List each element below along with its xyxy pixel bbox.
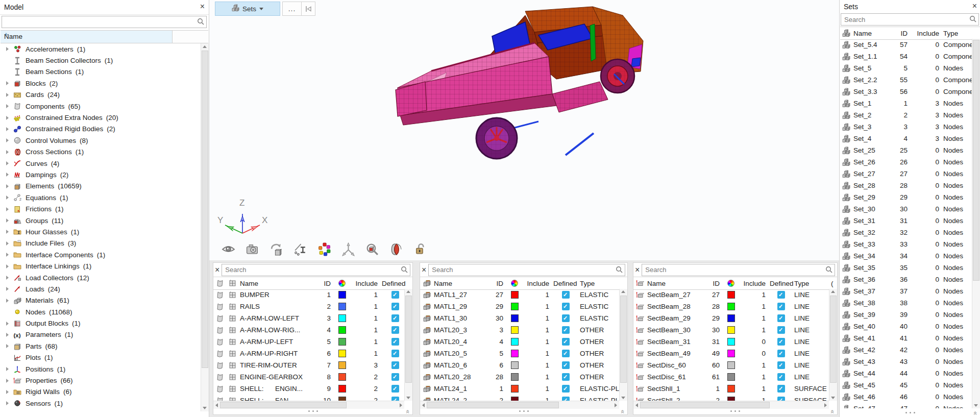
tree-item-cross-sections[interactable]: Cross Sections(1) — [1, 146, 200, 158]
defined-checkbox[interactable] — [562, 373, 570, 381]
expand-arrow-icon[interactable] — [6, 116, 9, 120]
set-row[interactable]: Set_40400Nodes — [840, 321, 972, 332]
color-cell[interactable] — [506, 373, 523, 381]
defined-checkbox[interactable] — [562, 350, 570, 357]
tree-item-positions[interactable]: Positions(1) — [1, 363, 200, 375]
set-row[interactable]: Set_25250Nodes — [840, 144, 972, 156]
defined-checkbox[interactable] — [562, 338, 570, 346]
search-icon[interactable] — [197, 18, 205, 27]
set-row[interactable]: Set_27270Nodes — [840, 168, 972, 180]
type-column-header[interactable]: Type — [793, 280, 830, 287]
expand-arrow-icon[interactable] — [6, 276, 9, 280]
tree-item-plots[interactable]: Plots(1) — [1, 352, 200, 363]
set-row[interactable]: Set_1.1540Components — [840, 51, 972, 62]
sets-panel-footer[interactable]: « — [840, 409, 980, 417]
defined-checkbox[interactable] — [777, 350, 785, 357]
search-icon[interactable] — [825, 266, 833, 275]
entity-colors-icon[interactable] — [316, 241, 332, 257]
defined-checkbox[interactable] — [777, 373, 785, 381]
color-cell[interactable] — [723, 338, 739, 346]
table-row[interactable]: MATL1_30301ELASTIC — [420, 312, 627, 324]
table-row[interactable]: TIRE-RIM-OUTER73 — [213, 359, 412, 371]
tree-item-nodes[interactable]: Nodes(11068) — [1, 306, 200, 317]
panel-footer[interactable]: « — [213, 408, 412, 414]
expand-arrow-icon[interactable] — [6, 264, 9, 268]
table-row[interactable]: BUMPER11 — [213, 289, 412, 301]
tree-item-control-volumes[interactable]: Control Volumes(8) — [1, 135, 200, 146]
set-row[interactable]: Set_26260Nodes — [840, 156, 972, 168]
set-row[interactable]: Set_41410Nodes — [840, 332, 972, 344]
search-icon[interactable] — [969, 15, 977, 24]
tree-item-beam-sections[interactable]: Beam Sections(1) — [1, 66, 200, 78]
table-row[interactable]: MATL20_441OTHER — [420, 336, 627, 348]
set-row[interactable]: Set_36360Nodes — [840, 274, 972, 285]
search-icon[interactable] — [401, 266, 408, 275]
model-search-input[interactable] — [4, 17, 196, 27]
set-row[interactable]: Set_31310Nodes — [840, 215, 972, 227]
defined-checkbox[interactable] — [777, 361, 785, 369]
include-column-header[interactable]: Include — [523, 280, 552, 287]
set-row[interactable]: Set_2.2550Components — [840, 74, 972, 86]
close-icon[interactable]: × — [422, 266, 426, 274]
expand-arrow-icon[interactable] — [6, 230, 9, 234]
color-cell[interactable] — [334, 361, 350, 369]
expand-arrow-icon[interactable] — [6, 344, 9, 348]
tree-item-groups[interactable]: Groups(11) — [1, 215, 200, 226]
set-row[interactable]: Set_5.4570Components — [840, 39, 972, 51]
defined-checkbox[interactable] — [777, 303, 785, 310]
name-column-header[interactable]: Name — [646, 280, 704, 287]
zoom-entity-icon[interactable] — [364, 241, 380, 257]
tree-item-rigid-walls[interactable]: Rigid Walls(6) — [1, 386, 200, 398]
color-cell[interactable] — [723, 385, 739, 393]
table-row[interactable]: tSectBeam_29291LINE — [633, 312, 837, 324]
set-row[interactable]: Set_33330Nodes — [840, 238, 972, 250]
tree-item-include-files[interactable]: Include Files(3) — [1, 238, 200, 249]
color-cell[interactable] — [506, 350, 523, 357]
collapse-left-icon[interactable] — [301, 2, 315, 15]
table-row[interactable]: ENGINE-GEARBOX82 — [213, 371, 412, 383]
defined-checkbox[interactable] — [562, 385, 570, 393]
tree-item-interface-linkings[interactable]: Interface Linkings(1) — [1, 260, 200, 272]
expand-arrow-icon[interactable] — [6, 322, 9, 326]
color-column-header[interactable] — [334, 280, 350, 287]
set-row[interactable]: Set_35350Nodes — [840, 262, 972, 274]
table-row[interactable]: tSectDisc_61611LINE — [633, 371, 837, 383]
tree-item-beam-section-collectors[interactable]: Beam Section Collectors(1) — [1, 55, 200, 66]
set-row[interactable]: Set_113Nodes — [840, 97, 972, 109]
color-cell[interactable] — [334, 338, 350, 346]
set-row[interactable]: Set_550Nodes — [840, 62, 972, 74]
table-row[interactable]: tSectBeam_30301LINE — [633, 324, 837, 336]
defined-checkbox[interactable] — [391, 385, 399, 393]
more-options-button[interactable]: ... — [283, 2, 301, 15]
include-column-header[interactable]: Include — [350, 280, 381, 287]
set-row[interactable]: Set_46460Nodes — [840, 391, 972, 403]
expand-arrow-icon[interactable] — [6, 367, 9, 371]
expand-arrow-icon[interactable] — [6, 184, 9, 188]
color-cell[interactable] — [506, 326, 523, 334]
expand-arrow-icon[interactable] — [6, 161, 9, 165]
beam-display-icon[interactable] — [292, 241, 308, 257]
color-cell[interactable] — [506, 397, 523, 401]
lock-icon[interactable] — [412, 241, 428, 257]
expand-arrow-icon[interactable] — [6, 195, 9, 200]
tree-item-elements[interactable]: Elements(10659) — [1, 181, 200, 192]
v-scrollbar[interactable] — [619, 289, 627, 401]
color-cell[interactable] — [506, 314, 523, 322]
set-row[interactable]: Set_42420Nodes — [840, 344, 972, 356]
tree-item-cards[interactable]: Cards(24) — [1, 89, 200, 101]
defined-checkbox[interactable] — [562, 361, 570, 369]
tree-item-load-collectors[interactable]: Load Collectors(12) — [1, 272, 200, 283]
color-cell[interactable] — [506, 291, 523, 299]
expand-arrow-icon[interactable] — [6, 401, 9, 405]
expand-arrow-icon[interactable] — [6, 299, 9, 303]
include-column-header[interactable]: Include — [911, 30, 942, 37]
expand-arrow-icon[interactable] — [6, 93, 9, 97]
color-cell[interactable] — [506, 361, 523, 369]
defined-checkbox[interactable] — [562, 314, 570, 322]
name-column-header[interactable]: Name — [433, 280, 487, 287]
defined-checkbox[interactable] — [391, 373, 399, 381]
color-cell[interactable] — [723, 303, 739, 310]
table-row[interactable]: tSectBeam_28281LINE — [633, 301, 837, 312]
triad-icon[interactable] — [340, 241, 356, 257]
table-header[interactable]: tNameIDIncludeDefinedType( — [633, 277, 837, 290]
